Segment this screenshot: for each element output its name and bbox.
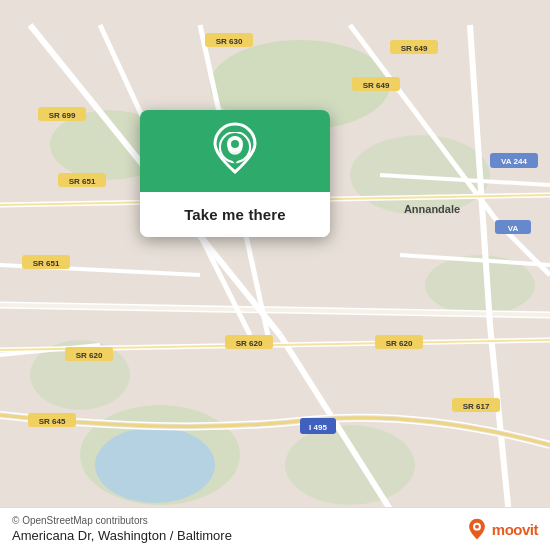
popup-green-area	[140, 110, 330, 192]
svg-text:SR 649: SR 649	[363, 81, 390, 90]
svg-text:SR 651: SR 651	[33, 259, 60, 268]
svg-text:SR 620: SR 620	[76, 351, 103, 360]
moovit-brand-text: moovit	[492, 521, 538, 538]
map-container: SR 630 SR 649 SR 699 SR 651 SR 649 VA 24…	[0, 0, 550, 550]
svg-text:SR 630: SR 630	[216, 37, 243, 46]
footer-left: © OpenStreetMap contributors Americana D…	[12, 515, 232, 543]
map-svg: SR 630 SR 649 SR 699 SR 651 SR 649 VA 24…	[0, 0, 550, 550]
svg-text:VA: VA	[508, 224, 519, 233]
svg-point-7	[285, 425, 415, 505]
svg-text:SR 651: SR 651	[69, 177, 96, 186]
location-pin-icon	[214, 132, 256, 174]
take-me-there-button[interactable]: Take me there	[140, 192, 330, 237]
svg-text:I 495: I 495	[309, 423, 327, 432]
svg-point-59	[231, 143, 239, 151]
svg-text:SR 620: SR 620	[386, 339, 413, 348]
footer-bar: © OpenStreetMap contributors Americana D…	[0, 507, 550, 550]
svg-text:SR 649: SR 649	[401, 44, 428, 53]
osm-credit: © OpenStreetMap contributors	[12, 515, 232, 526]
svg-text:SR 617: SR 617	[463, 402, 490, 411]
location-label: Americana Dr, Washington / Baltimore	[12, 528, 232, 543]
svg-point-8	[95, 427, 215, 503]
svg-text:SR 645: SR 645	[39, 417, 66, 426]
popup-card: Take me there	[140, 110, 330, 237]
svg-point-64	[475, 525, 479, 529]
svg-text:SR 620: SR 620	[236, 339, 263, 348]
svg-text:VA 244: VA 244	[501, 157, 527, 166]
moovit-logo: moovit	[466, 518, 538, 540]
svg-text:SR 699: SR 699	[49, 111, 76, 120]
svg-text:Annandale: Annandale	[404, 203, 460, 215]
moovit-pin-icon	[466, 518, 488, 540]
